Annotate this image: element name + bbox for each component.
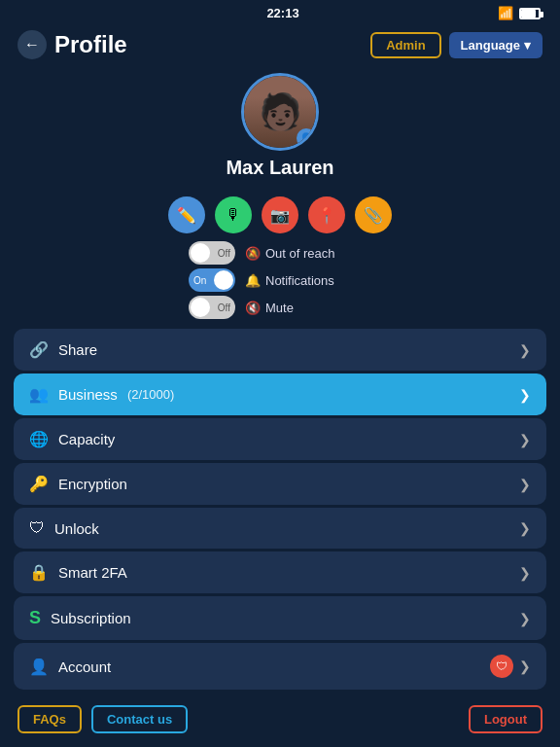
edit-icon-button[interactable]: ✏️ — [168, 196, 205, 233]
location-icon-button[interactable]: 📍 — [308, 196, 345, 233]
menu-item-business[interactable]: 👥 Business (2/1000) ❯ — [14, 374, 546, 415]
header: ← Profile Admin Language ▾ — [0, 26, 560, 69]
menu-business-label: Business — [58, 386, 118, 403]
unlock-icon: 🛡 — [29, 519, 45, 537]
menu-item-share[interactable]: 🔗 Share ❯ — [14, 329, 546, 371]
chevron-icon: ❯ — [519, 565, 531, 581]
subscription-icon: S — [29, 608, 41, 628]
page-title: Profile — [54, 31, 127, 58]
smart2fa-icon: 🔒 — [29, 563, 49, 582]
language-label: Language — [461, 38, 520, 53]
capacity-icon: 🌐 — [29, 430, 49, 448]
chevron-icon: ❯ — [519, 611, 531, 626]
wifi-icon: 📶 — [498, 6, 513, 20]
toggle-notifications: On 🔔 Notifications — [189, 268, 371, 292]
header-right: Admin Language ▾ — [370, 32, 542, 58]
encryption-icon: 🔑 — [29, 475, 49, 493]
avatar-section: 🧑🏿 👤 Max Lauren — [0, 69, 560, 189]
action-icons-row: ✏️ 🎙 📷 📍 📎 — [0, 196, 560, 233]
menu-item-unlock[interactable]: 🛡 Unlock ❯ — [14, 508, 546, 549]
camera-icon-button[interactable]: 📷 — [262, 196, 298, 233]
chevron-icon: ❯ — [519, 432, 531, 447]
business-icon: 👥 — [29, 385, 49, 404]
menu-list: 🔗 Share ❯ 👥 Business (2/1000) ❯ 🌐 Capaci… — [0, 329, 560, 690]
toggle-mute-switch[interactable]: Off — [189, 296, 235, 319]
mute-label: Mute — [265, 301, 294, 315]
share-icon: 🔗 — [29, 340, 49, 359]
menu-capacity-label: Capacity — [58, 431, 115, 447]
notifications-icon: 🔔 — [245, 273, 261, 288]
account-icon: 👤 — [29, 658, 49, 676]
menu-item-account[interactable]: 👤 Account 🛡 ❯ — [14, 643, 546, 690]
toggle-out-of-reach-switch[interactable]: Off — [189, 241, 235, 265]
menu-smart2fa-label: Smart 2FA — [58, 564, 127, 581]
business-badge: (2/1000) — [127, 387, 174, 402]
admin-button[interactable]: Admin — [370, 32, 440, 58]
mute-icon: 🔇 — [245, 301, 261, 315]
status-bar: 22:13 📶 — [0, 0, 560, 26]
avatar: 🧑🏿 👤 — [241, 73, 319, 151]
faqs-button[interactable]: FAQs — [18, 705, 82, 733]
avatar-add-button[interactable]: 👤 — [297, 128, 316, 148]
contact-button[interactable]: Contact us — [91, 705, 188, 733]
menu-subscription-label: Subscription — [51, 610, 131, 626]
toggle-rows: Off 🔕 Out of reach On 🔔 Notifications Of… — [0, 241, 560, 319]
toggle-out-of-reach: Off 🔕 Out of reach — [189, 241, 371, 265]
menu-item-subscription[interactable]: S Subscription ❯ — [14, 596, 546, 640]
menu-share-label: Share — [58, 341, 97, 358]
out-of-reach-label: Out of reach — [265, 246, 335, 261]
language-button[interactable]: Language ▾ — [449, 32, 542, 58]
menu-item-capacity[interactable]: 🌐 Capacity ❯ — [14, 418, 546, 460]
logout-button[interactable]: Logout — [469, 705, 542, 733]
user-name: Max Lauren — [226, 157, 333, 179]
bottom-bar: FAQs Contact us Logout — [0, 695, 560, 747]
mic-icon-button[interactable]: 🎙 — [215, 196, 252, 233]
chevron-icon: ❯ — [519, 477, 531, 492]
chevron-icon: ❯ — [519, 342, 531, 358]
back-button[interactable]: ← — [18, 30, 47, 59]
bottom-left-buttons: FAQs Contact us — [18, 705, 188, 733]
chevron-down-icon: ▾ — [524, 38, 531, 53]
chevron-icon: ❯ — [519, 387, 531, 403]
chevron-icon: ❯ — [519, 520, 531, 536]
menu-encryption-label: Encryption — [58, 476, 127, 492]
toggle-mute: Off 🔇 Mute — [189, 296, 371, 319]
battery-icon — [519, 8, 541, 19]
menu-unlock-label: Unlock — [54, 520, 99, 537]
status-icons: 📶 — [498, 6, 541, 20]
header-left: ← Profile — [18, 30, 127, 59]
account-shield-icon: 🛡 — [490, 655, 513, 678]
status-time: 22:13 — [68, 6, 498, 20]
menu-item-smart2fa[interactable]: 🔒 Smart 2FA ❯ — [14, 551, 546, 593]
notifications-label: Notifications — [265, 273, 334, 288]
menu-item-encryption[interactable]: 🔑 Encryption ❯ — [14, 463, 546, 505]
out-of-reach-icon: 🔕 — [245, 246, 261, 261]
link-icon-button[interactable]: 📎 — [355, 196, 392, 233]
toggle-notifications-switch[interactable]: On — [189, 268, 235, 292]
menu-account-label: Account — [58, 658, 111, 675]
chevron-icon: ❯ — [519, 658, 531, 674]
